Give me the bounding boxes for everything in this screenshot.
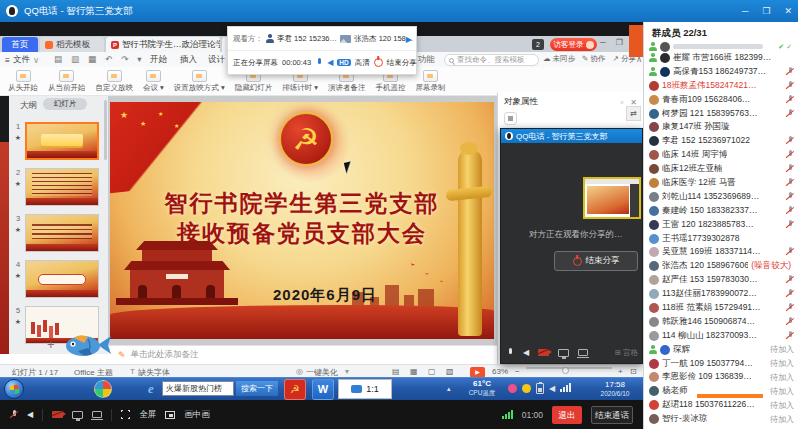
slide-thumbnail[interactable] xyxy=(25,168,99,206)
microphone-icon[interactable] xyxy=(506,348,514,358)
member-row[interactable]: 李恩影俭 109 136839…待加入 xyxy=(644,370,798,384)
ribbon-item[interactable]: 从当前开始 xyxy=(48,70,86,93)
fill-style-icon[interactable] xyxy=(504,112,517,125)
grid-layout-button[interactable]: ⊞ 宫格 xyxy=(615,348,638,358)
hidden-icons-caret[interactable]: ▴ xyxy=(447,385,451,393)
exit-button[interactable]: 退出 xyxy=(552,406,582,424)
member-row[interactable]: 临床 14班 周宇博 xyxy=(644,148,798,162)
start-button[interactable] xyxy=(4,379,24,399)
expand-icon[interactable]: ▶ xyxy=(406,35,412,44)
taskbar-search-input[interactable]: 火爆新股热门榜 xyxy=(162,381,234,396)
member-row[interactable]: 刘乾山114 1352369689… xyxy=(644,190,798,204)
member-row[interactable]: 王雷 120 1823885783… xyxy=(644,218,798,232)
file-menu[interactable]: ≡ 文件 ∨ xyxy=(5,54,39,66)
slideshow-view-icon[interactable]: ▧ xyxy=(446,367,454,376)
redo-icon[interactable]: ↷ xyxy=(121,54,128,64)
member-row[interactable]: 吴亚慧 169班 18337114… xyxy=(644,245,798,259)
battery-icon[interactable] xyxy=(536,383,544,394)
ribbon-item[interactable]: 会议 ▾ xyxy=(143,70,164,93)
member-row[interactable]: 高保青153 186249737… xyxy=(644,65,798,79)
minimize-icon[interactable]: ─ xyxy=(600,38,606,47)
hd-label[interactable]: 高清 xyxy=(355,58,370,68)
zoom-in-button[interactable]: + xyxy=(618,367,623,376)
member-row[interactable]: 张浩杰 120 158967606…(噪音较大) xyxy=(644,259,798,273)
screen-share-icon[interactable] xyxy=(558,349,569,357)
menu-start[interactable]: 开始 xyxy=(150,54,167,66)
member-row[interactable]: 崔耀 市营166班 182399… xyxy=(644,51,798,65)
ribbon-item[interactable]: 设置放映方式 ▾ xyxy=(174,70,225,93)
reading-view-icon[interactable]: ▢ xyxy=(428,367,436,376)
volume-icon[interactable]: ◀ xyxy=(549,384,555,393)
menu-insert[interactable]: 插入 xyxy=(180,54,197,66)
outline-tab[interactable]: 大纲 xyxy=(20,100,37,112)
speaker-icon[interactable]: ◀ xyxy=(327,58,333,67)
member-row[interactable]: 李君 152 15236971022 xyxy=(644,134,798,148)
member-row[interactable]: 临床12班左亚楠 xyxy=(644,162,798,176)
end-call-button[interactable]: 结束通话 xyxy=(591,406,633,424)
viewer-item[interactable]: 李君 152 15236… xyxy=(277,34,337,44)
command-search-input[interactable]: 查找命令、搜索模板 xyxy=(444,54,539,66)
tab-document[interactable]: P智行书院学生…政治理论学习 xyxy=(106,37,220,52)
ie-icon[interactable]: e xyxy=(148,381,154,397)
viewer-item[interactable]: 张浩杰 120 158… xyxy=(354,34,413,44)
sync-button[interactable]: ☁ 未同步 xyxy=(543,54,575,64)
restore-icon[interactable]: ❐ xyxy=(616,38,623,47)
search-go-button[interactable]: 搜索一下 xyxy=(236,381,278,396)
whiteboard-icon[interactable] xyxy=(578,349,588,356)
taskbar-clock[interactable]: 17:58 2020/6/10 xyxy=(590,380,640,398)
preview-icon[interactable]: ▦ xyxy=(88,54,96,64)
speaker-icon[interactable]: ◀ xyxy=(27,410,33,419)
member-row[interactable]: ✔✓ xyxy=(644,42,798,51)
zoom-out-button[interactable]: − xyxy=(515,367,520,376)
dropdown-icon[interactable]: ▾ xyxy=(345,367,349,376)
camera-off-icon[interactable] xyxy=(538,349,549,356)
member-row[interactable]: 秦建岭 150 183382337… xyxy=(644,204,798,218)
save-icon[interactable]: ▤ xyxy=(54,54,62,64)
member-row[interactable]: 青春雨109 15628406… xyxy=(644,93,798,107)
slide-sorter-icon[interactable]: ▦ xyxy=(410,367,418,376)
slides-tab[interactable]: 幻灯片 xyxy=(43,98,87,110)
pip-label[interactable]: 画中画 xyxy=(184,409,210,421)
antivirus-tray-icon[interactable] xyxy=(522,384,531,393)
guest-login-button[interactable]: 访客登录 xyxy=(550,38,597,51)
member-row[interactable]: 赵严佳 153 159783030… xyxy=(644,273,798,287)
end-share-button[interactable]: 结束分享 xyxy=(554,251,638,271)
member-row[interactable]: 韩跃雅146 150906874… xyxy=(644,315,798,329)
normal-view-icon[interactable]: ▤ xyxy=(392,367,400,376)
tab-home[interactable]: 首页 xyxy=(2,37,38,52)
member-row[interactable]: 临床医学 12班 马晋 xyxy=(644,176,798,190)
qq-main-titlebar[interactable]: QQ电话 - 智行第三党支部 ─ ❐ ✕ xyxy=(0,0,798,22)
menu-partial-label[interactable]: 功能 xyxy=(418,54,435,66)
menu-design[interactable]: 设计 xyxy=(208,54,225,66)
zoom-slider-knob[interactable] xyxy=(562,367,569,374)
member-row[interactable]: 智行-裴冰琼待加入 xyxy=(644,412,798,426)
member-row[interactable]: 琛辉待加入 xyxy=(644,343,798,357)
fit-window-icon[interactable]: ⊡ xyxy=(630,367,637,376)
ribbon-item[interactable]: 从头开始 xyxy=(8,70,38,93)
member-row[interactable]: 113赵佳丽1783990072… xyxy=(644,287,798,301)
member-row[interactable]: 赵珺118 15037611226…待加入 xyxy=(644,398,798,412)
undo-icon[interactable]: ↶ xyxy=(105,54,112,64)
zoom-slider-track[interactable] xyxy=(526,367,612,369)
member-row[interactable]: 柯梦园 121 158395763… xyxy=(644,107,798,121)
wps-app-icon[interactable]: W xyxy=(312,379,334,400)
print-icon[interactable]: ▥ xyxy=(71,54,79,64)
dropdown-icon[interactable]: ▾ xyxy=(137,54,141,64)
shared-screen-thumbnail[interactable] xyxy=(583,177,641,219)
tab-docer[interactable]: 稻壳模板 xyxy=(40,37,104,52)
camera-off-icon[interactable] xyxy=(52,411,63,418)
slide-thumbnail[interactable] xyxy=(25,214,99,252)
member-row[interactable]: 118班 范素娟 15729491… xyxy=(644,301,798,315)
microphone-muted-icon[interactable] xyxy=(10,410,18,420)
slide-editor[interactable]: ★ ★ ★ ★ ☭ 智行书院学生第三党支部 接收预备党员支部大会 ˇ ˇ ˇ xyxy=(110,102,494,339)
qq-tray-icon[interactable] xyxy=(508,384,517,393)
member-row[interactable]: 王书瑶17739302878 xyxy=(644,232,798,246)
notes-bar[interactable]: ✎ 单击此处添加备注 xyxy=(108,345,497,364)
qq-call-titlebar[interactable]: QQ电话 - 智行第三党支部 xyxy=(501,129,642,143)
add-slide-button[interactable]: + xyxy=(47,337,55,352)
pin-icon[interactable]: ▫ xyxy=(620,98,623,107)
whiteboard-icon[interactable] xyxy=(92,411,102,418)
collab-button[interactable]: ✎ 协作 xyxy=(582,54,605,64)
screen-share-icon[interactable] xyxy=(72,411,83,419)
pip-icon[interactable] xyxy=(165,411,175,419)
